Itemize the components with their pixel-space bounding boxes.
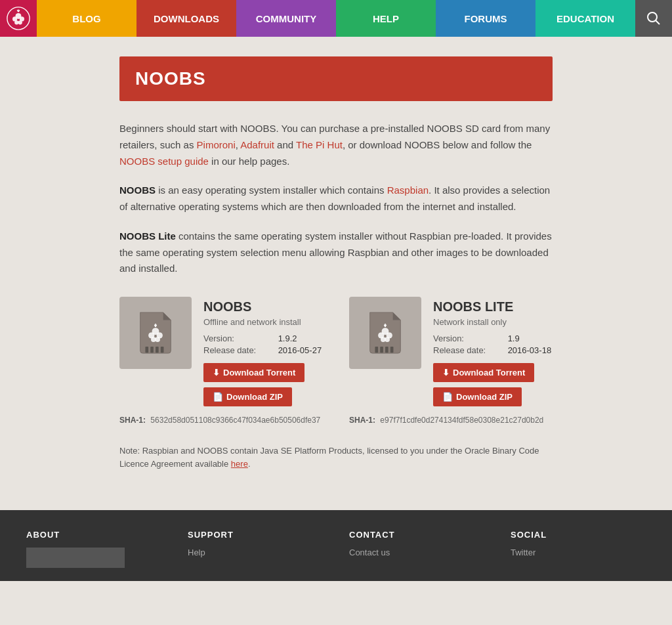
footer-social: SOCIAL Twitter <box>511 530 646 568</box>
noobs-card-header: NOOBS Offline and network install Versio… <box>119 297 323 406</box>
noobs-lite-bold: NOOBS Lite <box>119 230 176 242</box>
noobs-card: NOOBS Offline and network install Versio… <box>119 297 323 425</box>
noobs-lite-card-header: NOOBS LITE Network install only Version:… <box>349 297 553 406</box>
noobs-sha: SHA-1: 5632d58d051108c9366c47f034ae6b505… <box>119 416 323 425</box>
footer-support: SUPPORT Help <box>188 530 323 568</box>
noobs-setup-guide-link[interactable]: NOOBS setup guide <box>119 156 209 167</box>
nav-help[interactable]: HELP <box>336 0 436 37</box>
raspbian-link[interactable]: Raspbian <box>387 184 429 196</box>
footer: ABOUT SUPPORT Help CONTACT Contact us SO… <box>0 510 672 581</box>
noobs-card-title: NOOBS <box>203 299 323 314</box>
noobs-lite-card-info: NOOBS LITE Network install only Version:… <box>433 297 553 406</box>
svg-point-4 <box>14 20 18 24</box>
footer-contact-heading: CONTACT <box>349 530 484 540</box>
noobs-icon <box>119 297 192 369</box>
pimoroni-link[interactable]: Pimoroni <box>197 139 236 150</box>
svg-line-10 <box>656 20 660 24</box>
search-button[interactable] <box>635 0 672 37</box>
noobs-lite-icon <box>349 297 421 369</box>
footer-about: ABOUT <box>26 530 161 568</box>
nav-community[interactable]: COMMUNITY <box>236 0 336 37</box>
torrent-icon: ⬇ <box>213 368 220 377</box>
noobs-lite-buttons: ⬇ Download Torrent 📄 Download ZIP <box>433 363 553 406</box>
nav-blog[interactable]: BLOG <box>37 0 136 37</box>
nav-downloads[interactable]: DOWNLOADS <box>136 0 236 37</box>
footer-columns: ABOUT SUPPORT Help CONTACT Contact us SO… <box>26 530 646 568</box>
para3: NOOBS Lite contains the same operating s… <box>119 228 553 277</box>
svg-point-5 <box>18 20 22 24</box>
zip-icon: 📄 <box>213 392 223 402</box>
logo[interactable] <box>0 0 37 37</box>
noobs-lite-torrent-button[interactable]: ⬇ Download Torrent <box>433 363 534 382</box>
intro-paragraph: Beginners should start with NOOBS. You c… <box>119 121 553 169</box>
main-content: NOOBS Beginners should start with NOOBS.… <box>106 37 566 510</box>
noobs-card-info: NOOBS Offline and network install Versio… <box>203 297 323 406</box>
svg-rect-19 <box>145 347 148 353</box>
svg-rect-20 <box>150 347 154 353</box>
noobs-zip-button[interactable]: 📄 Download ZIP <box>203 387 292 406</box>
footer-social-heading: SOCIAL <box>511 530 646 540</box>
page-title-box: NOOBS <box>119 56 553 101</box>
footer-contact-link[interactable]: Contact us <box>349 548 484 557</box>
svg-rect-34 <box>390 347 394 353</box>
noobs-lite-card-title: NOOBS LITE <box>433 299 553 314</box>
svg-point-27 <box>385 337 390 342</box>
noobs-bold: NOOBS <box>119 184 156 196</box>
noobs-lite-sha: SHA-1: e97f7f1cdfe0d274134fdf58e0308e21c… <box>349 416 553 425</box>
nav-forums[interactable]: FORUMS <box>436 0 536 37</box>
footer-about-input[interactable] <box>26 548 125 568</box>
thepihut-link[interactable]: The Pi Hut <box>296 139 343 150</box>
page-title: NOOBS <box>135 68 537 89</box>
noobs-buttons: ⬇ Download Torrent 📄 Download ZIP <box>203 363 323 406</box>
noobs-lite-card-subtitle: Network install only <box>433 317 553 327</box>
svg-rect-31 <box>375 347 378 353</box>
license-note: Note: Raspbian and NOOBS contain Java SE… <box>119 444 553 471</box>
noobs-torrent-button[interactable]: ⬇ Download Torrent <box>203 363 304 382</box>
torrent-icon-lite: ⬇ <box>442 368 450 377</box>
svg-rect-21 <box>156 347 159 353</box>
main-nav: BLOG DOWNLOADS COMMUNITY HELP FORUMS EDU… <box>0 0 672 37</box>
noobs-lite-release: Release date: 2016-03-18 <box>433 345 553 355</box>
footer-about-heading: ABOUT <box>26 530 161 540</box>
noobs-card-subtitle: Offline and network install <box>203 317 323 327</box>
footer-twitter-link[interactable]: Twitter <box>511 548 646 557</box>
svg-rect-33 <box>385 347 388 353</box>
footer-contact: CONTACT Contact us <box>349 530 484 568</box>
svg-rect-32 <box>380 347 383 353</box>
here-link[interactable]: here <box>231 459 248 469</box>
noobs-lite-zip-button[interactable]: 📄 Download ZIP <box>433 387 522 406</box>
noobs-lite-version: Version: 1.9 <box>433 334 553 343</box>
noobs-version: Version: 1.9.2 <box>203 334 323 343</box>
footer-support-heading: SUPPORT <box>188 530 323 540</box>
nav-education[interactable]: EDUCATION <box>536 0 635 37</box>
footer-help-link[interactable]: Help <box>188 548 323 557</box>
svg-point-15 <box>155 337 160 342</box>
adafruit-link[interactable]: Adafruit <box>240 139 274 150</box>
noobs-lite-card: NOOBS LITE Network install only Version:… <box>349 297 553 425</box>
zip-icon-lite: 📄 <box>442 392 453 402</box>
download-cards: NOOBS Offline and network install Versio… <box>119 297 553 425</box>
noobs-release: Release date: 2016-05-27 <box>203 345 323 355</box>
svg-point-9 <box>648 12 657 22</box>
para2: NOOBS is an easy operating system instal… <box>119 183 553 215</box>
svg-rect-22 <box>161 347 164 353</box>
